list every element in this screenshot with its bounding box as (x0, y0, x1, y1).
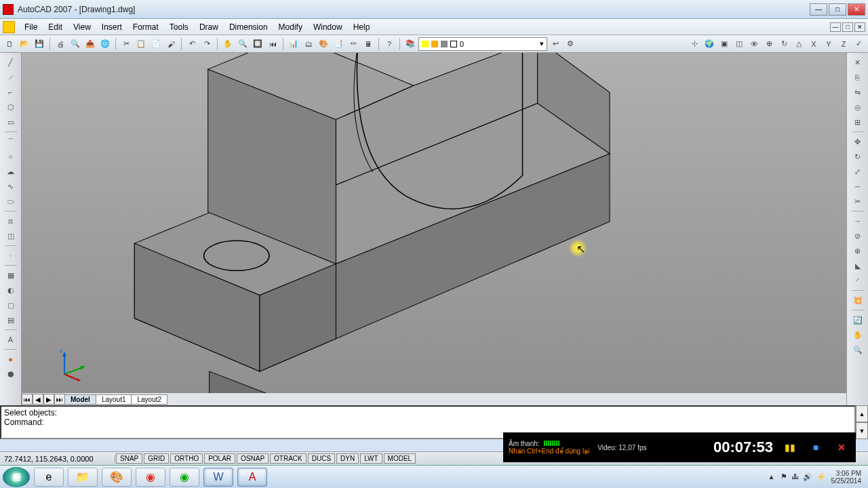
ucs-world-icon[interactable]: 🌍 (703, 37, 716, 51)
layer-previous-icon[interactable]: ↩ (549, 37, 562, 51)
recorder-close-button[interactable]: ✕ (833, 439, 850, 456)
task-word-icon[interactable]: W (203, 468, 233, 487)
match-properties-icon[interactable]: 🖌 (164, 37, 178, 51)
plot-icon[interactable]: 🖨 (54, 37, 67, 51)
ucs-object-icon[interactable]: ▣ (717, 37, 731, 51)
3dpan-icon[interactable]: ✋ (850, 328, 865, 342)
tray-volume-icon[interactable]: 🔊 (803, 472, 812, 481)
spline-icon[interactable]: ∿ (3, 180, 18, 193)
task-paint-icon[interactable]: 🎨 (102, 468, 132, 487)
3dorbit-icon[interactable]: 🔄 (850, 313, 865, 327)
erase-icon[interactable]: ✕ (850, 56, 865, 69)
scroll-down-icon[interactable]: ▼ (856, 422, 868, 439)
tray-battery-icon[interactable]: ⚡ (816, 472, 826, 481)
close-button[interactable]: ✕ (848, 3, 865, 16)
mirror-icon[interactable]: ⇋ (850, 85, 865, 99)
task-ie-icon[interactable]: e (34, 468, 64, 487)
menu-file[interactable]: File (19, 21, 43, 33)
ucs-origin-icon[interactable]: ⊕ (762, 37, 776, 51)
stretch-icon[interactable]: ↔ (850, 180, 865, 193)
new-icon[interactable]: 🗋 (3, 37, 16, 51)
menu-view[interactable]: View (68, 21, 96, 33)
arc-icon[interactable]: ⌒ (3, 135, 18, 148)
hatch-icon[interactable]: ▦ (3, 268, 18, 282)
tray-action-center-icon[interactable]: ⚑ (781, 472, 787, 481)
ucs-icon[interactable]: ⊹ (688, 37, 701, 51)
point-icon[interactable]: · (3, 249, 18, 262)
paste-icon[interactable]: 📄 (149, 37, 163, 51)
rectangle-icon[interactable]: ▭ (3, 115, 18, 129)
tab-first-icon[interactable]: ⏮ (22, 394, 33, 405)
status-lwt[interactable]: LWT (360, 453, 382, 464)
menu-modify[interactable]: Modify (273, 21, 308, 33)
explode-icon[interactable]: 💥 (850, 293, 865, 307)
mdi-close-button[interactable]: ✕ (854, 22, 865, 32)
plot-preview-icon[interactable]: 🔍 (68, 37, 82, 51)
status-model[interactable]: MODEL (384, 453, 416, 464)
copy-obj-icon[interactable]: ⎘ (850, 70, 865, 84)
status-grid[interactable]: GRID (144, 453, 169, 464)
region-icon[interactable]: ▢ (3, 298, 18, 312)
minimize-button[interactable]: — (810, 3, 827, 16)
ucs-view-icon[interactable]: 👁 (747, 37, 761, 51)
zoom-realtime-icon[interactable]: 🔍 (236, 37, 250, 51)
markup-icon[interactable]: ✏ (347, 37, 360, 51)
pan-icon[interactable]: ✋ (221, 37, 235, 51)
menu-edit[interactable]: Edit (43, 21, 68, 33)
status-osnap[interactable]: OSNAP (237, 453, 269, 464)
ucs-face-icon[interactable]: ◫ (732, 37, 746, 51)
3dzoom-icon[interactable]: 🔍 (850, 343, 865, 357)
taskbar-clock[interactable]: 3:06 PM 5/25/2014 (831, 470, 862, 485)
status-dyn[interactable]: DYN (336, 453, 359, 464)
move-icon[interactable]: ✥ (850, 135, 865, 148)
ucs-z2-icon[interactable]: Z (837, 37, 850, 51)
viewport[interactable]: z ↖ (22, 53, 846, 393)
menu-help[interactable]: Help (348, 21, 376, 33)
undo-icon[interactable]: ↶ (185, 37, 199, 51)
layer-combo[interactable]: 0 ▾ (418, 37, 547, 51)
recorder-pause-button[interactable]: ▮▮ (781, 439, 799, 456)
layer-manager-icon[interactable]: 📚 (403, 37, 417, 51)
tray-chevron-icon[interactable]: ▲ (768, 473, 775, 481)
help-icon[interactable]: ? (382, 37, 396, 51)
recorder-stop-button[interactable]: ■ (807, 439, 825, 456)
table-icon[interactable]: ▤ (3, 313, 18, 327)
extend-icon[interactable]: → (850, 214, 865, 228)
ucs-y-icon[interactable]: Y (822, 37, 835, 51)
make-block-icon[interactable]: ◫ (3, 229, 18, 243)
mdi-minimize-button[interactable]: — (830, 22, 841, 32)
layer-states-icon[interactable]: ⚙ (564, 37, 577, 51)
ellipse-icon[interactable]: ⬭ (3, 195, 18, 208)
tab-model[interactable]: Model (64, 394, 96, 405)
mtext-icon[interactable]: A (3, 333, 18, 346)
menu-draw[interactable]: Draw (194, 21, 224, 33)
chamfer-icon[interactable]: ◣ (850, 259, 865, 272)
line-icon[interactable]: ╱ (3, 56, 18, 69)
zoom-previous-icon[interactable]: ⏮ (266, 37, 279, 51)
revision-cloud-icon[interactable]: ☁ (3, 165, 18, 178)
cut-icon[interactable]: ✂ (119, 37, 133, 51)
ucs-apply-icon[interactable]: ✓ (852, 37, 865, 51)
tab-layout1[interactable]: Layout1 (96, 394, 132, 405)
status-otrack[interactable]: OTRACK (270, 453, 307, 464)
join-icon[interactable]: ⊕ (850, 244, 865, 258)
redo-icon[interactable]: ↷ (200, 37, 214, 51)
task-chrome-icon[interactable]: ◉ (136, 468, 165, 487)
mdi-restore-button[interactable]: □ (842, 22, 853, 32)
scroll-up-icon[interactable]: ▲ (856, 405, 868, 422)
solids-icon[interactable]: ⬢ (3, 367, 18, 381)
open-icon[interactable]: 📂 (18, 37, 31, 51)
offset-icon[interactable]: ◎ (850, 100, 865, 114)
quickcalc-icon[interactable]: 🖩 (361, 37, 375, 51)
ucs-3point-icon[interactable]: △ (792, 37, 806, 51)
task-unknown-icon[interactable]: ◉ (170, 468, 199, 487)
start-button[interactable] (3, 467, 30, 487)
menu-tools[interactable]: Tools (164, 21, 194, 33)
status-polar[interactable]: POLAR (204, 453, 235, 464)
drawing-area[interactable]: z ↖ ⏮ ◀ ▶ ⏭ Model Layout1 Layout2 (22, 53, 846, 405)
polyline-icon[interactable]: ⌐ (3, 85, 18, 99)
command-scrollbar[interactable]: ▲ ▼ (856, 405, 868, 439)
menu-dimension[interactable]: Dimension (224, 21, 273, 33)
status-ducs[interactable]: DUCS (308, 453, 335, 464)
break-icon[interactable]: ⊘ (850, 229, 865, 243)
